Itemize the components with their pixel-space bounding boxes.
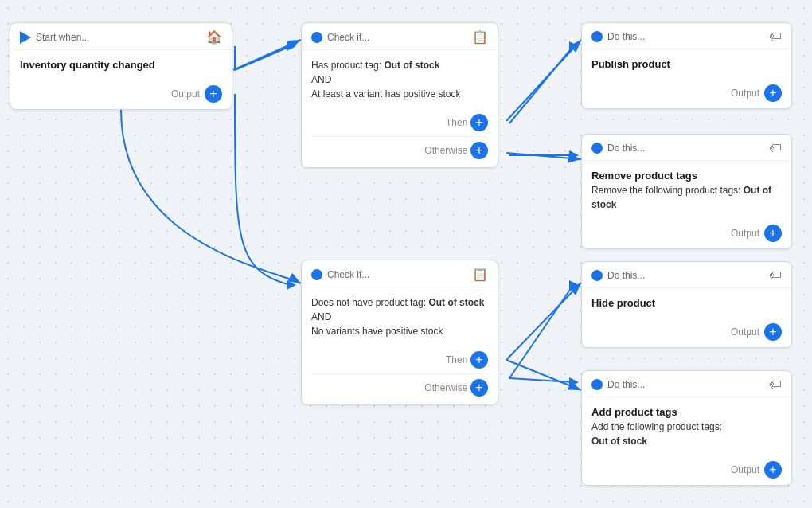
- do3-body: Hide product: [582, 288, 791, 318]
- svg-line-3: [509, 46, 573, 123]
- check1-clipboard-icon: 📋: [472, 29, 488, 45]
- do3-add-button[interactable]: +: [764, 323, 782, 341]
- check2-dot: [311, 269, 322, 280]
- do4-tag-icon: 🏷: [769, 377, 782, 392]
- do1-add-button[interactable]: +: [764, 84, 782, 102]
- do2-footer: Output +: [582, 220, 791, 248]
- do3-main-text: Hide product: [591, 296, 782, 311]
- do3-output-label: Output: [731, 326, 759, 338]
- check1-then-label: Then: [446, 117, 467, 128]
- do1-main-text: Publish product: [591, 57, 782, 72]
- do4-header: Do this... 🏷: [582, 371, 791, 397]
- trigger-icon: [20, 31, 31, 44]
- do4-title: Do this...: [607, 379, 645, 390]
- check2-then-add-button[interactable]: +: [470, 351, 488, 369]
- trigger-output-label: Output: [171, 88, 200, 100]
- do1-title: Do this...: [607, 31, 645, 42]
- do2-title: Do this...: [607, 143, 645, 154]
- svg-marker-9: [569, 280, 579, 290]
- do3-footer: Output +: [582, 318, 791, 347]
- do4-body: Add product tags Add the following produ…: [582, 397, 791, 456]
- svg-line-8: [509, 285, 573, 378]
- do3-title: Do this...: [607, 270, 645, 281]
- check1-body: Has product tag: Out of stockANDAt least…: [302, 50, 498, 109]
- trigger-footer: Output +: [10, 80, 232, 109]
- trigger-building-icon: 🏠: [206, 29, 222, 45]
- trigger-main-text: Inventory quantity changed: [20, 58, 222, 72]
- check1-header: Check if... 📋: [302, 23, 498, 50]
- do1-output-label: Output: [731, 88, 759, 99]
- do2-add-button[interactable]: +: [764, 225, 782, 242]
- check1-dot: [311, 32, 322, 43]
- do2-main-text: Remove product tags: [591, 169, 782, 183]
- do4-node: Do this... 🏷 Add product tags Add the fo…: [581, 370, 792, 486]
- check1-otherwise-label: Otherwise: [424, 145, 467, 156]
- do2-node: Do this... 🏷 Remove product tags Remove …: [581, 134, 792, 249]
- do2-body: Remove product tags Remove the following…: [582, 161, 791, 220]
- check1-then-add-button[interactable]: +: [470, 114, 488, 131]
- do1-tag-icon: 🏷: [769, 29, 782, 44]
- check2-conditions: Does not have product tag: Out of stockA…: [311, 295, 488, 338]
- trigger-body: Inventory quantity changed: [10, 50, 232, 80]
- check1-node: Check if... 📋 Has product tag: Out of st…: [301, 22, 498, 168]
- trigger-add-button[interactable]: +: [205, 85, 222, 103]
- svg-marker-7: [287, 280, 296, 290]
- svg-marker-2: [287, 41, 296, 51]
- trigger-title: Start when...: [36, 32, 89, 43]
- svg-marker-4: [569, 41, 579, 51]
- do3-dot: [591, 270, 603, 281]
- trigger-node: Start when... 🏠 Inventory quantity chang…: [10, 22, 232, 110]
- do1-node: Do this... 🏷 Publish product Output +: [581, 22, 792, 109]
- do4-add-button[interactable]: +: [764, 461, 782, 479]
- do1-header: Do this... 🏷: [582, 23, 791, 49]
- do2-dot: [591, 143, 603, 154]
- svg-line-10: [509, 378, 573, 382]
- trigger-header: Start when... 🏠: [10, 23, 232, 50]
- do1-dot: [591, 31, 603, 42]
- svg-marker-11: [569, 377, 579, 387]
- check2-otherwise-add-button[interactable]: +: [470, 379, 488, 397]
- do1-body: Publish product: [582, 49, 791, 80]
- do3-header: Do this... 🏷: [582, 262, 791, 288]
- check2-otherwise-label: Otherwise: [424, 382, 467, 393]
- do1-footer: Output +: [582, 80, 791, 108]
- do4-footer: Output +: [582, 456, 791, 485]
- check1-title: Check if...: [327, 32, 369, 43]
- do2-tag-icon: 🏷: [769, 141, 782, 155]
- do4-main-text: Add product tags: [591, 405, 782, 420]
- workflow-canvas: Start when... 🏠 Inventory quantity chang…: [0, 0, 812, 508]
- check2-header: Check if... 📋: [302, 260, 498, 287]
- check2-node: Check if... 📋 Does not have product tag:…: [301, 260, 498, 405]
- do4-sub-text: Add the following product tags:Out of st…: [591, 420, 782, 448]
- do3-tag-icon: 🏷: [769, 268, 782, 283]
- do4-dot: [591, 379, 603, 390]
- check1-conditions: Has product tag: Out of stockANDAt least…: [311, 58, 488, 101]
- check2-clipboard-icon: 📋: [472, 267, 488, 282]
- do2-output-label: Output: [731, 228, 759, 239]
- check2-body: Does not have product tag: Out of stockA…: [302, 287, 498, 346]
- svg-marker-6: [569, 150, 579, 160]
- do2-header: Do this... 🏷: [582, 135, 791, 161]
- do2-sub-text: Remove the following product tags: Out o…: [591, 183, 782, 212]
- svg-line-0: [235, 46, 291, 70]
- check2-then-label: Then: [446, 354, 467, 365]
- do3-node: Do this... 🏷 Hide product Output +: [581, 261, 792, 348]
- do4-output-label: Output: [731, 464, 759, 475]
- check2-title: Check if...: [327, 269, 369, 280]
- check1-otherwise-add-button[interactable]: +: [470, 142, 488, 159]
